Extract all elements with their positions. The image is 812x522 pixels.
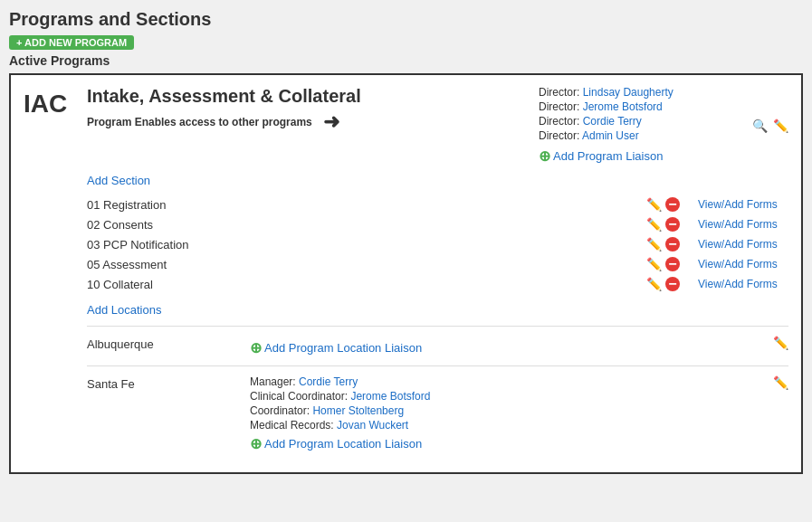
view-add-forms-0[interactable]: View/Add Forms <box>698 198 788 211</box>
add-location-plus-icon-0: ⊕ <box>250 339 262 356</box>
program-code: IAC <box>24 86 87 119</box>
location-detail-1: Clinical Coordinator: Jerome Botsford <box>250 390 764 403</box>
edit-icon-1[interactable]: ✏️ <box>646 217 662 232</box>
edit-icon-location-1[interactable]: ✏️ <box>773 375 788 390</box>
arrow-icon: ➜ <box>323 110 339 134</box>
add-new-program-button[interactable]: + ADD NEW PROGRAM <box>9 35 134 50</box>
director-line-1: Director: Jerome Botsford <box>539 100 738 113</box>
remove-icon-3[interactable]: − <box>665 257 680 271</box>
add-section-link[interactable]: Add Section <box>87 174 150 187</box>
section-name-2: 03 PCP Notification <box>87 238 646 252</box>
section-name-3: 05 Assessment <box>87 258 646 271</box>
section-row-1: 02 Consents ✏️ − View/Add Forms <box>87 214 788 234</box>
location-row-0: Albuquerque ⊕ Add Program Location Liais… <box>87 326 788 365</box>
remove-icon-1[interactable]: − <box>665 217 680 232</box>
location-name-0: Albuquerque <box>87 336 250 351</box>
add-location-liaison-1[interactable]: ⊕ Add Program Location Liaison <box>250 435 764 452</box>
active-programs-label: Active Programs <box>9 53 803 68</box>
program-description: Program Enables access to other programs <box>87 116 312 128</box>
search-icon[interactable]: 🔍 <box>752 119 768 133</box>
locations-block: Albuquerque ⊕ Add Program Location Liais… <box>87 326 788 461</box>
location-detail-3: Medical Records: Jovan Wuckert <box>250 419 764 432</box>
edit-icon-2[interactable]: ✏️ <box>646 237 662 252</box>
location-detail-0: Manager: Cordie Terry <box>250 375 764 388</box>
section-name-4: 10 Collateral <box>87 278 646 291</box>
director-link-0[interactable]: Lindsay Daugherty <box>583 86 673 99</box>
edit-icon-location-0[interactable]: ✏️ <box>773 336 788 350</box>
page-title: Programs and Sections <box>9 9 803 30</box>
section-name-1: 02 Consents <box>87 218 646 232</box>
director-line-3: Director: Admin User <box>539 129 738 142</box>
director-link-3[interactable]: Admin User <box>582 129 639 142</box>
location-person-link-0[interactable]: Cordie Terry <box>299 375 358 388</box>
add-locations-link[interactable]: Add Locations <box>87 303 788 317</box>
director-line-0: Director: Lindsay Daugherty <box>539 86 738 99</box>
view-add-forms-1[interactable]: View/Add Forms <box>698 218 788 231</box>
location-person-link-1[interactable]: Jerome Botsford <box>350 390 430 403</box>
program-name: Intake, Assessment & Collateral <box>87 86 539 107</box>
edit-icon-0[interactable]: ✏️ <box>646 197 662 212</box>
add-location-liaison-0[interactable]: ⊕ Add Program Location Liaison <box>250 339 764 356</box>
edit-icon-header[interactable]: ✏️ <box>773 119 788 133</box>
view-add-forms-2[interactable]: View/Add Forms <box>698 238 788 251</box>
director-line-2: Director: Cordie Terry <box>539 115 738 128</box>
add-liaison-plus-icon: ⊕ <box>539 147 550 165</box>
location-person-link-3[interactable]: Jovan Wuckert <box>337 419 408 432</box>
view-add-forms-3[interactable]: View/Add Forms <box>698 258 788 270</box>
add-location-plus-icon-1: ⊕ <box>250 435 262 452</box>
section-row-4: 10 Collateral ✏️ − View/Add Forms <box>87 274 788 294</box>
section-row-2: 03 PCP Notification ✏️ − View/Add Forms <box>87 234 788 254</box>
director-link-2[interactable]: Cordie Terry <box>583 115 642 128</box>
location-detail-2: Coordinator: Homer Stoltenberg <box>250 404 764 417</box>
remove-icon-0[interactable]: − <box>665 197 680 212</box>
section-row-3: 05 Assessment ✏️ − View/Add Forms <box>87 254 788 274</box>
edit-icon-4[interactable]: ✏️ <box>646 277 662 291</box>
view-add-forms-4[interactable]: View/Add Forms <box>698 278 788 290</box>
location-person-link-2[interactable]: Homer Stoltenberg <box>312 404 404 417</box>
edit-icon-3[interactable]: ✏️ <box>646 257 662 271</box>
location-name-1: Santa Fe <box>87 375 250 391</box>
main-box: IAC Intake, Assessment & Collateral Prog… <box>9 73 803 474</box>
remove-icon-2[interactable]: − <box>665 237 680 252</box>
director-link-1[interactable]: Jerome Botsford <box>583 100 663 113</box>
remove-icon-4[interactable]: − <box>665 277 680 291</box>
section-name-0: 01 Registration <box>87 198 646 212</box>
add-program-liaison-link[interactable]: ⊕ Add Program Liaison <box>539 147 738 165</box>
sections-block: 01 Registration ✏️ − View/Add Forms 02 C… <box>87 195 788 294</box>
location-row-1: Santa Fe Manager: Cordie Terry Clinical … <box>87 365 788 461</box>
section-row-0: 01 Registration ✏️ − View/Add Forms <box>87 195 788 214</box>
